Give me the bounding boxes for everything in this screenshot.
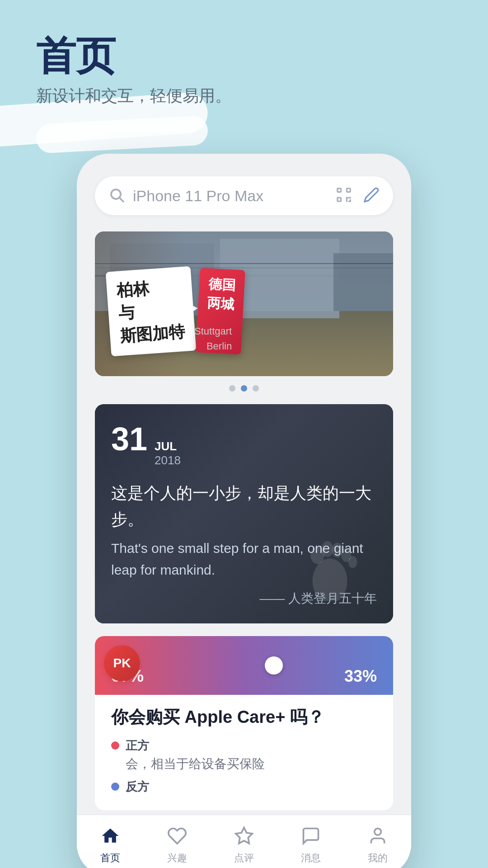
tab-profile[interactable]: 我的 bbox=[344, 824, 411, 865]
page-header: 首页 新设计和交互，轻便易用。 bbox=[36, 36, 231, 107]
svg-rect-4 bbox=[338, 198, 341, 201]
pk-side-con-content: 反方 bbox=[126, 779, 149, 795]
search-placeholder: iPhone 11 Pro Max bbox=[133, 187, 335, 205]
pk-badge: PK bbox=[104, 645, 140, 681]
search-icon bbox=[108, 187, 125, 205]
tab-message[interactable]: 消息 bbox=[277, 824, 344, 865]
pk-slider-dot bbox=[265, 656, 283, 675]
quote-month-year: JUL 2018 bbox=[155, 439, 181, 467]
pk-question: 你会购买 Apple Care+ 吗？ bbox=[95, 706, 393, 729]
quote-source: —— 人类登月五十年 bbox=[95, 581, 393, 623]
pk-dot-red bbox=[111, 741, 119, 750]
pk-side-pro: 正方 会，相当于给设备买保险 bbox=[95, 738, 393, 773]
banner-subtitle: Stuttgart Berlin bbox=[194, 324, 232, 354]
tab-bar: 首页 兴趣 点评 bbox=[77, 815, 411, 868]
tab-profile-label: 我的 bbox=[368, 851, 388, 865]
dot-1 bbox=[229, 385, 235, 392]
carousel-dots bbox=[95, 385, 393, 392]
tab-home-label: 首页 bbox=[100, 851, 120, 865]
user-icon bbox=[366, 824, 389, 848]
heart-icon bbox=[165, 824, 189, 848]
tab-review[interactable]: 点评 bbox=[211, 824, 277, 865]
quote-text-en: That's one small step for a man, one gia… bbox=[95, 532, 393, 581]
pk-bar-section: PK 67% 33% bbox=[95, 636, 393, 695]
quote-card[interactable]: 31 JUL 2018 这是个人的一小步，却是人类的一大步。 That's on… bbox=[95, 404, 393, 623]
message-icon bbox=[299, 824, 323, 848]
dot-3 bbox=[253, 385, 259, 392]
phone-content: iPhone 11 Pro Max bbox=[77, 154, 411, 810]
svg-point-15 bbox=[375, 829, 381, 835]
search-bar[interactable]: iPhone 11 Pro Max bbox=[95, 176, 393, 215]
white-card: 柏林 与 斯图加特 bbox=[106, 266, 197, 356]
pk-side-pro-content: 正方 会，相当于给设备买保险 bbox=[126, 738, 265, 773]
edit-icon[interactable] bbox=[363, 187, 380, 205]
pk-bar-wrapper: PK 67% 33% bbox=[95, 636, 393, 695]
home-icon bbox=[99, 824, 122, 848]
star-icon bbox=[232, 824, 256, 848]
tab-home[interactable]: 首页 bbox=[77, 824, 144, 865]
svg-line-1 bbox=[120, 198, 123, 202]
tab-interest[interactable]: 兴趣 bbox=[144, 824, 211, 865]
page-title: 首页 bbox=[36, 36, 231, 76]
pk-card[interactable]: PK 67% 33% 你会购买 Apple Care+ 吗？ 正方 会，相当于给… bbox=[95, 636, 393, 810]
dot-2 bbox=[241, 385, 247, 392]
banner-image: 柏林 与 斯图加特 德国 两城 Stuttgart Berlin bbox=[95, 231, 393, 376]
scan-icon[interactable] bbox=[335, 186, 352, 205]
svg-rect-2 bbox=[338, 189, 341, 192]
quote-text-cn: 这是个人的一小步，却是人类的一大步。 bbox=[95, 467, 393, 532]
phone-mockup: iPhone 11 Pro Max bbox=[77, 154, 411, 868]
quote-date: 31 JUL 2018 bbox=[95, 404, 393, 467]
tab-message-label: 消息 bbox=[301, 851, 321, 865]
tab-review-label: 点评 bbox=[234, 851, 254, 865]
banner-carousel[interactable]: 柏林 与 斯图加特 德国 两城 Stuttgart Berlin bbox=[95, 231, 393, 376]
pk-gradient-bar: PK 67% 33% bbox=[95, 636, 393, 695]
pk-dot-blue bbox=[111, 783, 119, 791]
svg-rect-3 bbox=[347, 189, 350, 192]
page-subtitle: 新设计和交互，轻便易用。 bbox=[36, 85, 231, 107]
tab-interest-label: 兴趣 bbox=[167, 851, 187, 865]
pk-side-con: 反方 bbox=[95, 779, 393, 795]
pk-percent-right: 33% bbox=[344, 667, 377, 686]
